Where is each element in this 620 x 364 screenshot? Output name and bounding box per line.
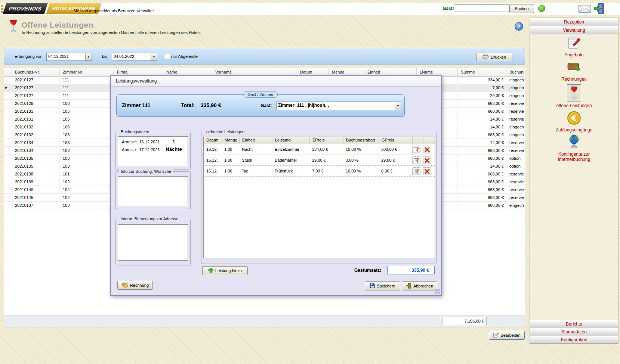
sidebar-section-berichte[interactable]: Berichte <box>530 320 618 328</box>
room-number: 111 <box>60 76 114 84</box>
leistungen-col-einheit[interactable]: Einheit <box>239 137 272 144</box>
col-firma[interactable]: Firma <box>114 68 163 76</box>
leistung-datum: 16.12. <box>204 155 222 165</box>
date-to-combo[interactable]: 04.01.2022 ▼ <box>112 53 157 61</box>
delete-leistung-button[interactable] <box>423 146 431 153</box>
leistung-gpreis: 29,00 € <box>379 155 412 165</box>
sidebar-section-verwaltung[interactable]: Verwaltung <box>530 26 618 34</box>
booking-status: eingecheckt <box>506 202 524 209</box>
date-from-value: 04.12.2021 <box>47 53 85 60</box>
leistungen-col-leistung[interactable]: Leistung <box>272 137 309 144</box>
col-name[interactable]: Name <box>163 68 212 76</box>
delete-leistung-button[interactable] <box>423 167 431 175</box>
summe: 668,00 € <box>458 170 506 178</box>
leistung-einheit: Tag <box>239 166 272 176</box>
sidebar-item-offene-leistungen[interactable]: offene Leistungen <box>530 84 618 108</box>
col-zimmer-nr[interactable]: Zimmer Nr <box>60 68 114 76</box>
leistungen-col-epreis[interactable]: EPreis <box>309 137 343 144</box>
col-lname[interactable]: LName <box>417 68 458 76</box>
suchen-button[interactable]: Suchen <box>509 4 534 13</box>
summe: 668,00 € <box>458 194 506 202</box>
leistung-menge: 1,00 <box>222 166 239 176</box>
edit-leistung-button[interactable] <box>412 156 420 164</box>
booking-number: 20210137 <box>12 202 60 209</box>
row-selector-header[interactable] <box>4 68 12 76</box>
col-summe[interactable]: Summe <box>458 68 506 76</box>
speichern-button[interactable]: Speichern <box>365 281 400 290</box>
dialog-resize-grip[interactable] <box>435 289 440 294</box>
sidebar-item-zahlungseingaenge[interactable]: € Zahlungseingänge <box>530 111 618 133</box>
edit-leistung-button[interactable] <box>412 146 420 153</box>
edit-leistung-button[interactable] <box>412 167 420 175</box>
sidebar-section-rezeption[interactable]: Rezeption <box>530 18 618 26</box>
booking-status: reserviert <box>506 194 524 202</box>
abreise-label: Abreise: <box>122 147 137 152</box>
abreise-value: 17.12.2021 <box>139 147 160 152</box>
leistung-row[interactable]: 16.12.1,00TagFrühstück7,00 €10,00 %6,30 … <box>204 166 435 177</box>
info-buchung-textarea[interactable] <box>118 176 188 206</box>
room-number: 104 <box>60 186 114 194</box>
leistungen-col-datum[interactable]: Datum <box>204 137 222 144</box>
envelope-icon[interactable] <box>578 4 591 14</box>
booking-number: 20210140 <box>12 186 60 194</box>
gaeste-search-input[interactable] <box>454 4 509 12</box>
leistungen-col-menge[interactable]: Menge <box>222 137 239 144</box>
nur-abgereiste-checkbox[interactable] <box>165 54 170 59</box>
booking-number: 20210128 <box>12 100 60 108</box>
date-from-combo[interactable]: 04.12.2021 ▼ <box>46 53 92 61</box>
bearbeiten-button[interactable]: Bearbeiten <box>489 331 525 340</box>
col-vorname[interactable]: Vorname <box>212 68 297 76</box>
leistungen-col-gpreis[interactable]: GPreis <box>379 137 412 144</box>
interne-bemerkung-textarea[interactable] <box>118 224 188 261</box>
sidebar-item-kontingente[interactable]: Kontingente zur Internetbuchung <box>530 134 618 162</box>
summe: 14,00 € <box>458 123 506 131</box>
floppy-disk-icon <box>370 283 375 289</box>
col-menge[interactable]: Menge <box>329 68 364 76</box>
help-icon[interactable]: ? <box>515 22 523 31</box>
summe: 668,00 € <box>458 147 506 155</box>
leistungen-col-buchungsrabatt[interactable]: Buchungsrabatt <box>343 137 379 144</box>
booking-number: 20210139 <box>12 178 60 186</box>
col-datum[interactable]: Datum <box>297 68 329 76</box>
gastumsatz-label: Gastumsatz: <box>354 268 381 273</box>
summe: 334,00 € <box>458 76 506 84</box>
leistung-row[interactable]: 16.12.1,00NachtEinzelzimmer334,00 €10,00… <box>204 144 435 155</box>
sidebar-item-angebote[interactable]: Angebote <box>530 36 618 57</box>
room-number: 106 <box>60 123 114 131</box>
rechnung-button[interactable]: Rechnung <box>117 281 153 290</box>
room-number: 108 <box>60 147 114 155</box>
col-buchungsstatus[interactable]: Buchungsstatus <box>506 68 524 76</box>
gast-select[interactable]: Zimmer: 111 , jhijhouh, , ▼ <box>276 102 401 110</box>
drucken-button[interactable]: Drucken <box>476 53 512 61</box>
chevron-down-icon[interactable]: ▼ <box>395 102 401 110</box>
gast-label: Gast: <box>260 103 272 108</box>
leistung-menge: 1,00 <box>222 155 239 165</box>
leistung-buchungsrabatt: 10,00 % <box>343 166 379 176</box>
sidebar-section-stammdaten[interactable]: Stammdaten <box>530 328 618 336</box>
sidebar-section-konfiguration[interactable]: Konfiguration <box>530 336 618 344</box>
col-buchungs-nr[interactable]: Buchungs-Nr. <box>12 68 60 76</box>
summe: 14,00 € <box>458 139 506 147</box>
booking-number: 20210135 <box>12 162 60 170</box>
booking-status: eingecheckt <box>506 131 524 139</box>
row-selector <box>4 108 12 115</box>
delete-leistung-button[interactable] <box>423 156 431 164</box>
printer-icon <box>482 54 489 60</box>
col-einheit[interactable]: Einheit <box>364 68 417 76</box>
buchungsdaten-group: Buchungsdaten Anreise: 16.12.2021 Abreis… <box>115 132 191 170</box>
sidebar-item-rechnungen[interactable]: Rechnungen <box>530 60 618 82</box>
dialog-title-bar[interactable] <box>111 76 441 87</box>
booking-number: 20210127 <box>12 76 60 84</box>
top-bar: PROVENDIS HOTELSOFTWARE Sie sind angemel… <box>0 3 620 15</box>
chevron-down-icon[interactable]: ▼ <box>85 53 92 60</box>
logout-door-icon[interactable] <box>593 3 604 15</box>
row-selector <box>4 170 12 178</box>
interne-bemerkung-group: interne Bemerkung zur Adresse <box>115 219 191 265</box>
booking-number: 20210135 <box>12 155 60 162</box>
abbrechen-button[interactable]: Abbrechen <box>402 281 437 290</box>
leistung-row[interactable]: 16.12.1,00StückBademantel29,00 €0,00 %29… <box>204 155 435 166</box>
gastumsatz-field[interactable]: 335,90 € <box>387 266 435 274</box>
chevron-down-icon[interactable]: ▼ <box>151 53 157 60</box>
leistung-hinzu-button[interactable]: Leistung hinzu <box>202 266 248 275</box>
summe: 668,00 € <box>458 108 506 115</box>
